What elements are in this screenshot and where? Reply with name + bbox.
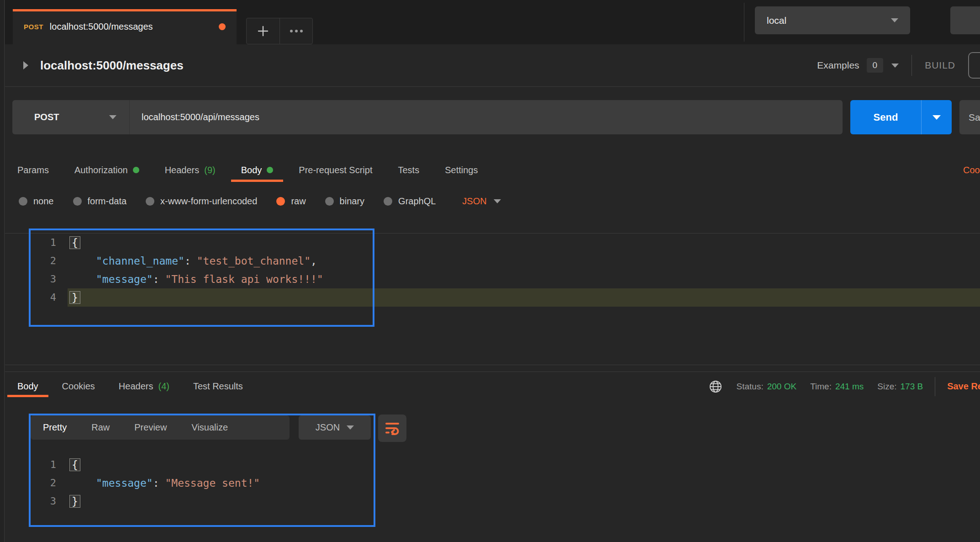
request-title-row: localhost:5000/messages Examples 0 BUILD xyxy=(5,44,980,87)
code-line[interactable]: 4 } xyxy=(31,288,323,307)
url-row: POST localhost:5000/api/messages Send Sa xyxy=(5,87,980,151)
size-value: 173 B xyxy=(901,382,923,392)
tab-label: Cookies xyxy=(62,381,95,392)
tab-label: Body xyxy=(241,165,262,175)
method-selector[interactable]: POST xyxy=(12,100,130,134)
tab-label: Body xyxy=(17,381,38,392)
response-language-selector[interactable]: JSON xyxy=(299,415,371,440)
request-body-editor[interactable]: 1 { 2 "channel_name":"test_bot_channel",… xyxy=(5,216,980,371)
response-body-panel: Pretty Raw Preview Visualize JSON 1 { 2 xyxy=(5,401,980,542)
time-label: Time: xyxy=(810,382,832,392)
json-value: "Message sent!" xyxy=(165,477,260,489)
view-pretty[interactable]: Pretty xyxy=(31,415,79,440)
save-label: Sa xyxy=(969,112,980,123)
tab-params[interactable]: Params xyxy=(17,154,49,186)
language-value: JSON xyxy=(462,196,486,207)
tab-title: localhost:5000/messages xyxy=(50,21,214,32)
response-tab-headers[interactable]: Headers(4) xyxy=(119,372,169,401)
line-number: 4 xyxy=(31,288,56,307)
url-input[interactable]: localhost:5000/api/messages xyxy=(130,112,259,122)
green-dot-icon xyxy=(267,167,273,173)
save-response-button[interactable]: Save Re xyxy=(947,381,980,392)
code-line[interactable]: 3 } xyxy=(31,492,260,510)
caret-right-icon[interactable] xyxy=(23,61,28,69)
response-tab-test-results[interactable]: Test Results xyxy=(193,372,243,401)
response-code[interactable]: 1 { 2 "message":"Message sent!" 3 } xyxy=(31,456,260,510)
code-line[interactable]: 1 { xyxy=(31,234,323,252)
tab-prerequest-script[interactable]: Pre-request Script xyxy=(299,154,372,186)
tab-body[interactable]: Body xyxy=(241,154,274,186)
radio-icon xyxy=(73,197,82,206)
tab-label: Test Results xyxy=(193,381,243,392)
new-tab-button[interactable] xyxy=(247,18,279,44)
status-value: 200 OK xyxy=(767,382,796,392)
environment-quick-look-button[interactable] xyxy=(950,6,980,34)
line-number: 2 xyxy=(31,474,56,492)
body-type-raw[interactable]: raw xyxy=(276,196,306,207)
time-value: 241 ms xyxy=(835,382,864,392)
send-options-button[interactable] xyxy=(922,100,952,134)
close-brace: } xyxy=(69,495,80,508)
radio-label: none xyxy=(33,196,54,207)
language-selector[interactable]: JSON xyxy=(462,196,501,207)
environment-selector[interactable]: local xyxy=(755,6,910,34)
line-number: 3 xyxy=(31,492,56,510)
url-bar: POST localhost:5000/api/messages xyxy=(12,100,843,134)
tab-authorization[interactable]: Authorization xyxy=(74,154,139,186)
chevron-down-icon xyxy=(891,18,898,22)
tab-label: Headers xyxy=(119,381,153,392)
body-type-row: none form-data x-www-form-urlencoded raw… xyxy=(5,186,980,216)
chevron-down-icon[interactable] xyxy=(891,64,899,68)
comments-button[interactable] xyxy=(968,52,980,79)
tab-actions xyxy=(246,18,313,44)
json-comma: , xyxy=(311,255,317,267)
code-line[interactable]: 1 { xyxy=(31,456,260,474)
body-type-form-data[interactable]: form-data xyxy=(73,196,127,207)
method-value: POST xyxy=(34,112,109,122)
wrap-lines-button[interactable] xyxy=(378,414,406,442)
postman-window: POST localhost:5000/messages local local… xyxy=(0,0,980,542)
view-raw[interactable]: Raw xyxy=(79,415,122,440)
tab-method-label: POST xyxy=(24,23,43,31)
headers-count: (4) xyxy=(158,381,169,392)
response-tab-cookies[interactable]: Cookies xyxy=(62,372,95,401)
examples-dropdown[interactable]: Examples xyxy=(817,60,859,71)
status-label: Status: xyxy=(737,382,764,392)
chevron-down-icon xyxy=(347,425,354,430)
chevron-down-icon xyxy=(933,115,941,120)
open-brace: { xyxy=(69,458,80,471)
language-value: JSON xyxy=(316,422,340,433)
response-tab-body[interactable]: Body xyxy=(17,372,38,401)
code-line[interactable]: 2 "channel_name":"test_bot_channel", xyxy=(31,252,323,270)
environment-value: local xyxy=(767,15,891,26)
send-label[interactable]: Send xyxy=(850,100,922,134)
response-header: Body Cookies Headers(4) Test Results Sta… xyxy=(5,372,980,401)
size-label: Size: xyxy=(877,382,896,392)
more-tabs-button[interactable] xyxy=(279,18,312,44)
tab-tests[interactable]: Tests xyxy=(398,154,419,186)
tab-headers[interactable]: Headers(9) xyxy=(165,154,216,186)
response-view-switcher: Pretty Raw Preview Visualize xyxy=(31,415,290,440)
body-type-none[interactable]: none xyxy=(19,196,54,207)
request-code[interactable]: 1 { 2 "channel_name":"test_bot_channel",… xyxy=(31,234,323,307)
network-globe-icon[interactable] xyxy=(708,379,723,394)
body-type-urlencoded[interactable]: x-www-form-urlencoded xyxy=(146,196,257,207)
view-visualize[interactable]: Visualize xyxy=(179,415,240,440)
save-button[interactable]: Sa xyxy=(959,100,980,134)
request-tab[interactable]: POST localhost:5000/messages xyxy=(13,9,237,44)
view-preview[interactable]: Preview xyxy=(122,415,179,440)
divider xyxy=(935,377,935,396)
send-button[interactable]: Send xyxy=(850,100,952,134)
radio-selected-icon xyxy=(276,197,285,206)
tab-settings[interactable]: Settings xyxy=(445,154,478,186)
ellipsis-icon xyxy=(290,30,303,32)
code-line[interactable]: 3 "message":"This flask api works!!!" xyxy=(31,270,323,288)
divider xyxy=(744,3,744,42)
code-line[interactable]: 2 "message":"Message sent!" xyxy=(31,474,260,492)
cookies-link[interactable]: Coo xyxy=(963,154,980,186)
body-type-graphql[interactable]: GraphQL xyxy=(384,196,436,207)
line-number: 3 xyxy=(31,270,56,288)
json-colon: : xyxy=(153,273,159,285)
body-type-binary[interactable]: binary xyxy=(325,196,364,207)
build-label: BUILD xyxy=(925,60,955,71)
